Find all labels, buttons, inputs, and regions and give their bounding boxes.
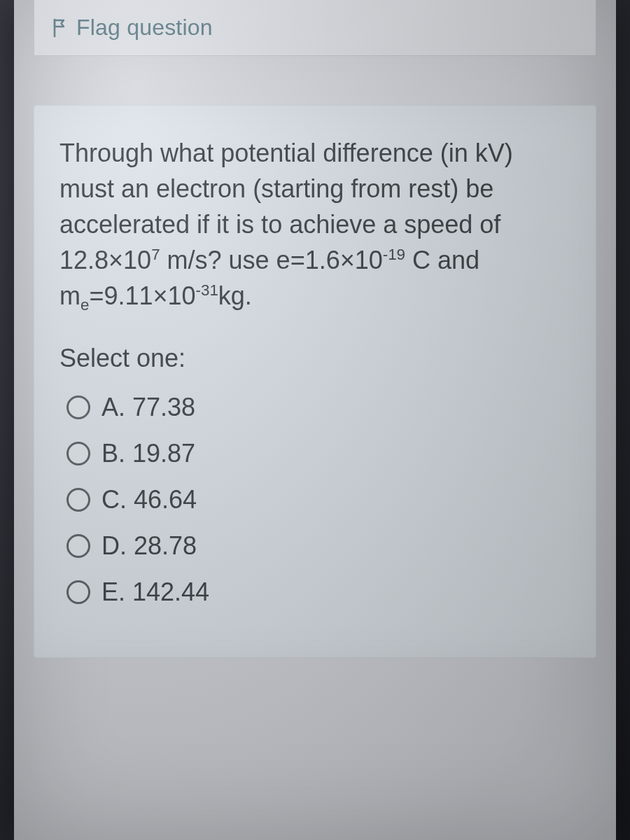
option-label: D. 28.78 <box>102 531 197 561</box>
flag-question-label: Flag question <box>76 15 213 41</box>
option-label: E. 142.44 <box>102 578 209 607</box>
option-d[interactable]: D. 28.78 <box>59 523 570 569</box>
radio-icon[interactable] <box>66 580 90 604</box>
flag-question-link[interactable]: Flag question <box>34 0 596 56</box>
option-b[interactable]: B. 19.87 <box>59 430 570 477</box>
option-label: A. 77.38 <box>102 393 195 422</box>
quiz-screen: Flag question Through what potential dif… <box>14 0 616 840</box>
option-a[interactable]: A. 77.38 <box>59 384 570 430</box>
question-card: Through what potential difference (in kV… <box>34 105 596 658</box>
flag-icon <box>52 18 68 38</box>
question-text: Through what potential difference (in kV… <box>59 135 570 314</box>
option-c[interactable]: C. 46.64 <box>59 477 570 523</box>
options-group: A. 77.38 B. 19.87 C. 46.64 <box>59 384 570 615</box>
option-e[interactable]: E. 142.44 <box>59 569 570 615</box>
radio-icon[interactable] <box>66 534 90 558</box>
option-label: C. 46.64 <box>102 485 197 514</box>
photo-frame: Flag question Through what potential dif… <box>0 0 630 840</box>
radio-icon[interactable] <box>66 396 90 419</box>
select-one-prompt: Select one: <box>59 344 570 373</box>
radio-icon[interactable] <box>66 442 90 465</box>
option-label: B. 19.87 <box>102 439 195 468</box>
radio-icon[interactable] <box>66 488 90 512</box>
